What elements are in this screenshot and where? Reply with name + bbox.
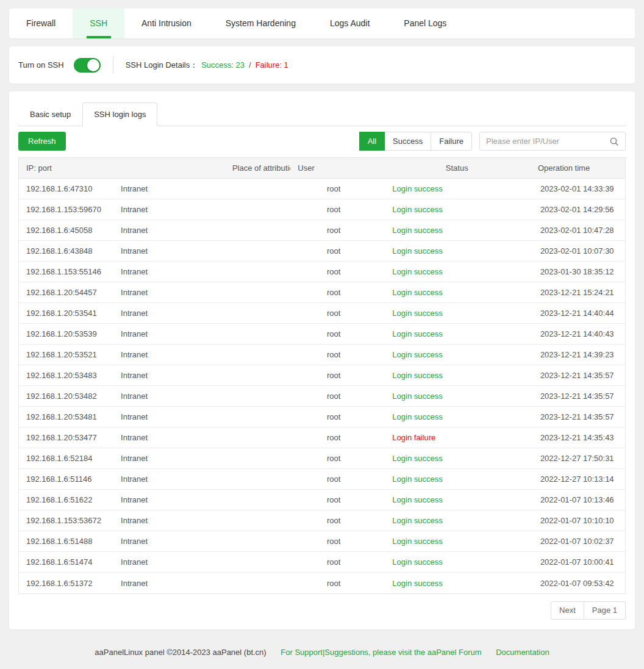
cell-user: root: [320, 226, 385, 235]
cell-status: Login success: [385, 474, 533, 484]
cell-user: root: [320, 433, 385, 442]
cell-place: Intranet: [113, 329, 320, 338]
failure-count: Failure: 1: [256, 60, 288, 70]
cell-status: Login success: [385, 392, 533, 401]
cell-user: root: [320, 246, 385, 256]
cell-user: root: [320, 350, 385, 359]
cell-operation-time: 2023-12-21 14:39:23: [533, 350, 625, 359]
cell-ip-port: 192.168.1.20:53483: [19, 371, 113, 380]
cell-place: Intranet: [113, 557, 320, 567]
cell-status: Login success: [385, 495, 533, 504]
column-header: Operation time: [531, 163, 590, 173]
ssh-toggle[interactable]: [74, 58, 101, 73]
cell-user: root: [320, 557, 385, 567]
cell-place: Intranet: [113, 392, 320, 401]
logs-toolbar: Refresh All Success Failure: [18, 132, 626, 151]
cell-operation-time: 2023-12-21 14:35:43: [533, 433, 625, 442]
ssh-login-details-label: SSH Login Details：: [126, 60, 198, 71]
cell-status: Login success: [385, 516, 533, 525]
cell-operation-time: 2022-01-07 09:53:42: [533, 579, 625, 588]
documentation-link[interactable]: Documentation: [496, 648, 549, 657]
cell-ip-port: 192.168.1.20:53481: [19, 412, 113, 421]
cell-user: root: [320, 516, 385, 525]
search-icon[interactable]: [609, 137, 619, 146]
nav-tab[interactable]: SSH: [73, 9, 124, 38]
filter-button[interactable]: All: [359, 132, 385, 151]
filter-button[interactable]: Success: [384, 132, 431, 151]
ssh-sub-tabs: Basic setup SSH login logs: [18, 102, 626, 126]
status-filter-group: All Success Failure: [360, 132, 472, 151]
table-row: 192.168.1.6:43848 Intranet root Login su…: [19, 241, 625, 262]
cell-place: Intranet: [113, 350, 320, 359]
cell-user: root: [320, 329, 385, 338]
cell-ip-port: 192.168.1.20:53539: [19, 329, 113, 338]
cell-place: Intranet: [113, 184, 320, 193]
cell-ip-port: 192.168.1.20:53521: [19, 350, 113, 359]
current-page-button[interactable]: Page 1: [584, 601, 626, 620]
cell-operation-time: 2023-12-21 15:24:21: [533, 288, 625, 297]
table-row: 192.168.1.6:45058 Intranet root Login su…: [19, 220, 625, 241]
cell-user: root: [320, 371, 385, 380]
table-body: 192.168.1.6:47310 Intranet root Login su…: [19, 179, 625, 593]
cell-user: root: [320, 267, 385, 276]
nav-tab[interactable]: System Hardening: [209, 9, 313, 38]
cell-operation-time: 2023-02-01 10:47:28: [533, 226, 625, 235]
success-count: Success: 23: [201, 60, 245, 70]
table-row: 192.168.1.6:51622 Intranet root Login su…: [19, 490, 625, 510]
cell-place: Intranet: [113, 412, 320, 421]
turn-on-ssh-label: Turn on SSH: [18, 60, 64, 70]
cell-status: Login success: [385, 226, 533, 235]
cell-ip-port: 192.168.1.6:45058: [19, 226, 113, 235]
cell-place: Intranet: [113, 516, 320, 525]
cell-ip-port: 192.168.1.6:51622: [19, 495, 113, 504]
cell-place: Intranet: [113, 246, 320, 256]
nav-tab[interactable]: Logs Audit: [313, 9, 387, 38]
column-header: Place of attribution: [225, 163, 290, 173]
cell-status: Login success: [385, 288, 533, 297]
cell-operation-time: 2023-12-21 14:35:57: [533, 371, 625, 380]
cell-ip-port: 192.168.1.6:51146: [19, 474, 113, 484]
table-header-row: IP: port Place of attribution User Statu…: [19, 158, 625, 179]
cell-place: Intranet: [113, 371, 320, 380]
cell-place: Intranet: [113, 495, 320, 504]
cell-place: Intranet: [113, 267, 320, 276]
cell-place: Intranet: [113, 454, 320, 463]
nav-tab[interactable]: Anti Intrusion: [124, 9, 209, 38]
sub-tab[interactable]: SSH login logs: [82, 102, 157, 126]
table-row: 192.168.1.20:53541 Intranet root Login s…: [19, 303, 625, 324]
cell-user: root: [320, 392, 385, 401]
cell-ip-port: 192.168.1.20:54457: [19, 288, 113, 297]
search-box: [479, 132, 626, 151]
refresh-button[interactable]: Refresh: [18, 132, 66, 151]
table-row: 192.168.1.20:54457 Intranet root Login s…: [19, 282, 625, 303]
cell-ip-port: 192.168.1.153:59670: [19, 205, 113, 214]
slash-separator: /: [249, 60, 251, 70]
next-page-button[interactable]: Next: [551, 601, 584, 620]
cell-ip-port: 192.168.1.20:53477: [19, 433, 113, 442]
nav-tab[interactable]: Panel Logs: [387, 9, 463, 38]
cell-operation-time: 2022-01-07 10:00:41: [533, 557, 625, 567]
cell-ip-port: 192.168.1.153:55146: [19, 267, 113, 276]
cell-status: Login success: [385, 371, 533, 380]
cell-user: root: [320, 205, 385, 214]
cell-ip-port: 192.168.1.6:47310: [19, 184, 113, 193]
cell-status: Login success: [385, 350, 533, 359]
sub-tab[interactable]: Basic setup: [18, 102, 82, 126]
table-row: 192.168.1.20:53483 Intranet root Login s…: [19, 365, 625, 386]
table-row: 192.168.1.6:51474 Intranet root Login su…: [19, 552, 625, 573]
search-input[interactable]: [486, 137, 604, 146]
cell-ip-port: 192.168.1.20:53541: [19, 309, 113, 318]
cell-operation-time: 2023-02-01 10:07:30: [533, 246, 625, 256]
toolbar-right: All Success Failure: [360, 132, 626, 151]
cell-operation-time: 2023-01-30 18:35:12: [533, 267, 625, 276]
forum-link[interactable]: For Support|Suggestions, please visit th…: [281, 648, 481, 657]
cell-user: root: [320, 454, 385, 463]
cell-status: Login success: [385, 557, 533, 567]
cell-status: Login success: [385, 537, 533, 546]
cell-user: root: [320, 412, 385, 421]
nav-tab[interactable]: Firewall: [9, 9, 73, 38]
filter-button[interactable]: Failure: [431, 132, 472, 151]
table-row: 192.168.1.20:53482 Intranet root Login s…: [19, 386, 625, 407]
table-row: 192.168.1.6:51488 Intranet root Login su…: [19, 531, 625, 552]
cell-ip-port: 192.168.1.6:51474: [19, 557, 113, 567]
